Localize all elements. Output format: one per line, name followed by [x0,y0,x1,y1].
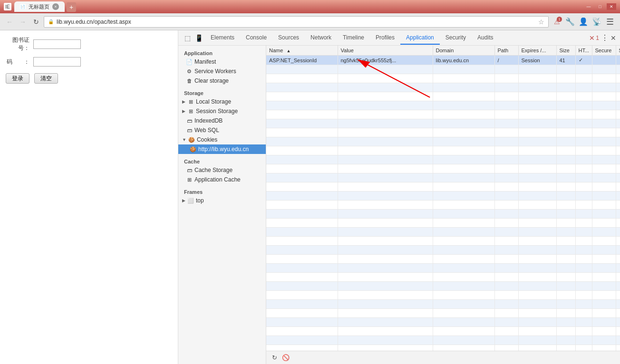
sidebar-item-cookies-url[interactable]: 🍪 http://lib.wyu.edu.cn [178,144,266,154]
empty-cell-6 [575,201,592,210]
sidebar-item-frames-top[interactable]: ▶ ⬜ top [178,196,266,205]
local-storage-icon: ⊞ [187,98,194,105]
empty-cell-0 [266,273,338,282]
tab-profiles[interactable]: Profiles [370,31,400,45]
sidebar-item-clear-storage[interactable]: 🗑 Clear storage [178,76,266,86]
card-number-input[interactable] [33,39,81,49]
bookmark-icon[interactable]: ☆ [538,18,544,26]
cookies-url-icon: 🍪 [190,146,196,153]
tab-security[interactable]: Security [440,31,472,45]
sidebar-item-indexed-db[interactable]: 🗃 IndexedDB [178,116,266,125]
devtools-more-button[interactable]: ⋮ [601,33,609,42]
devtools-close-button[interactable]: ✕ [610,34,616,42]
address-text: lib.wyu.edu.cn/opac/test.aspx [57,19,535,25]
empty-cell-1 [338,164,433,173]
sidebar-item-web-sql[interactable]: 🗃 Web SQL [178,125,266,135]
empty-cell-7 [592,255,616,264]
col-size-label: Size [560,48,570,53]
empty-cell-1 [338,246,433,255]
cache-storage-icon: 🗃 [186,167,193,173]
empty-cell-8 [616,137,620,146]
empty-cell-1 [338,273,433,282]
tab-elements[interactable]: Elements [205,31,240,45]
empty-cell-4 [518,101,556,110]
nav-icon-3[interactable]: 👤 [577,16,590,28]
empty-cell-7 [592,201,616,210]
login-button[interactable]: 登录 [6,73,29,84]
sidebar-item-local-storage[interactable]: ▶ ⊞ Local Storage [178,97,266,106]
empty-cell-4 [518,336,556,345]
tab-audits[interactable]: Audits [472,31,499,45]
table-row-empty [266,246,620,255]
empty-cell-8 [616,119,620,128]
application-group: Application 📄 Manifest ⚙ Service Workers… [178,48,266,86]
tab-close-button[interactable]: × [52,3,59,10]
sidebar-item-session-storage[interactable]: ▶ ⊞ Session Storage [178,106,266,116]
tab-application[interactable]: Application [400,31,440,45]
tab-sources[interactable]: Sources [272,31,305,45]
col-secure-label: Secure [595,48,612,53]
empty-cell-1 [338,65,433,74]
col-secure[interactable]: Secure [592,46,616,56]
tab-console[interactable]: Console [240,31,272,45]
table-row[interactable]: ASP.NET_SessionIdng5fvk55e0udkr555zfj...… [266,56,620,65]
clear-bottom-button[interactable]: 🚫 [281,354,290,362]
empty-cell-2 [433,327,494,336]
col-domain[interactable]: Domain [433,46,494,56]
password-input[interactable] [33,57,81,67]
cache-storage-label: Cache Storage [194,167,232,173]
clear-button[interactable]: 清空 [34,73,58,84]
empty-cell-8 [616,300,620,309]
sidebar-item-service-workers[interactable]: ⚙ Service Workers [178,67,266,76]
nav-icon-1[interactable]: ⚠ 1 [551,16,563,28]
nav-icon-4[interactable]: 📡 [591,16,603,28]
empty-cell-3 [494,74,518,83]
minimize-button[interactable]: — [584,3,593,10]
empty-cell-0 [266,327,338,336]
table-row-empty [266,146,620,155]
empty-cell-3 [494,137,518,146]
address-bar[interactable]: 🔒 lib.wyu.edu.cn/opac/test.aspx ☆ [44,16,549,28]
forward-button[interactable]: → [17,16,29,28]
col-name[interactable]: Name ▲ [266,46,338,56]
col-size[interactable]: Size [556,46,575,56]
empty-cell-1 [338,92,433,101]
col-expires[interactable]: Expires /... [518,46,556,56]
tab-timeline[interactable]: Timeline [337,31,370,45]
inspect-button[interactable]: ⬚ [182,33,193,43]
password-label: 码 ： [6,58,29,66]
page-content: 图书证号： 码 ： 登录 清空 [0,30,178,364]
empty-cell-5 [556,255,575,264]
empty-cell-7 [592,101,616,110]
empty-cell-8 [616,219,620,228]
sidebar-item-application-cache[interactable]: ⊞ Application Cache [178,175,266,184]
device-button[interactable]: 📱 [194,33,204,43]
refresh-button[interactable]: ↻ [30,16,42,28]
empty-cell-3 [494,164,518,173]
back-button[interactable]: ← [4,16,15,28]
refresh-bottom-button[interactable]: ↻ [270,354,279,362]
col-ht[interactable]: HT... [575,46,592,56]
new-tab-button[interactable]: + [67,2,76,12]
close-button[interactable]: ✕ [607,3,616,10]
sidebar-item-manifest[interactable]: 📄 Manifest [178,57,266,67]
empty-cell-0 [266,182,338,192]
col-same[interactable]: Same... [616,46,620,56]
browser-tab[interactable]: 📄 无标题页 × [14,1,65,12]
empty-cell-4 [518,282,556,291]
nav-icon-2[interactable]: 🔧 [564,16,576,28]
sidebar-item-cache-storage[interactable]: 🗃 Cache Storage [178,165,266,175]
empty-cell-3 [494,282,518,291]
maximize-button[interactable]: □ [595,3,605,10]
col-value[interactable]: Value [338,46,433,56]
empty-cell-5 [556,327,575,336]
menu-button[interactable]: ☰ [604,16,616,28]
empty-cell-2 [433,164,494,173]
sidebar-item-cookies[interactable]: ▼ 🍪 Cookies [178,135,266,144]
tab-network[interactable]: Network [305,31,337,45]
empty-cell-8 [616,182,620,192]
empty-cell-0 [266,101,338,110]
col-path[interactable]: Path [494,46,518,56]
empty-cell-4 [518,327,556,336]
empty-cell-5 [556,110,575,119]
